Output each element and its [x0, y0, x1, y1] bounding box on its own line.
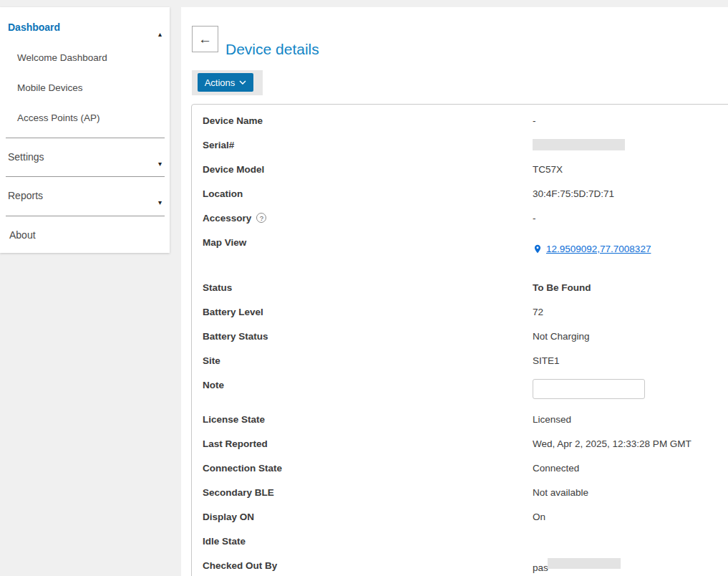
actions-dropdown-button[interactable]: Actions: [198, 73, 253, 92]
field-label: Secondary BLE: [203, 487, 533, 498]
field-label: Location: [203, 188, 533, 199]
main-content: ← Device details Actions Device Name - S…: [181, 7, 728, 576]
help-icon[interactable]: ?: [256, 213, 266, 223]
field-label: Battery Status: [203, 331, 533, 342]
detail-row-device-model: Device Model TC57X: [203, 157, 728, 181]
field-label: Note: [203, 373, 533, 397]
sidebar-item-dashboard[interactable]: Dashboard: [8, 21, 60, 34]
field-value: Not available: [533, 487, 588, 498]
field-value: SITE1: [533, 355, 560, 366]
field-label: Map View: [203, 230, 533, 254]
redacted-checked-out-value: [548, 558, 621, 569]
field-label: Device Model: [203, 164, 533, 175]
detail-row-checked-out-by: Checked Out By pas: [203, 553, 728, 576]
field-label: Status: [203, 282, 533, 293]
field-label: License State: [203, 414, 533, 425]
field-label: Display ON: [203, 512, 533, 522]
sidebar: Dashboard ▴ Welcome Dashboard Mobile Dev…: [0, 7, 170, 253]
detail-row-battery-level: Battery Level 72: [203, 299, 728, 324]
sidebar-item-access-points[interactable]: Access Points (AP): [17, 112, 100, 125]
detail-row-status: Status To Be Found: [203, 275, 728, 299]
field-value: Licensed: [533, 414, 571, 425]
detail-row-connection-state: Connection State Connected: [203, 456, 728, 480]
map-pin-icon: [533, 243, 543, 255]
field-label: Site: [203, 355, 533, 366]
field-value: -: [533, 213, 536, 224]
collapse-icon[interactable]: ▴: [158, 31, 162, 38]
detail-row-map-view: Map View 12.9509092,77.7008327: [203, 230, 728, 275]
expand-icon[interactable]: ▾: [158, 160, 162, 168]
detail-row-idle-state: Idle State: [203, 529, 728, 553]
back-button[interactable]: ←: [192, 26, 218, 52]
detail-row-location: Location 30:4F:75:5D:7D:71: [203, 181, 728, 206]
detail-row-license-state: License State Licensed: [203, 407, 728, 431]
detail-row-last-reported: Last Reported Wed, Apr 2, 2025, 12:33:28…: [203, 431, 728, 456]
detail-row-site: Site SITE1: [203, 348, 728, 373]
status-badge: To Be Found: [533, 282, 591, 293]
field-value: TC57X: [533, 164, 563, 175]
field-label: Serial#: [203, 140, 533, 150]
actions-button-label: Actions: [205, 77, 236, 88]
field-label: Idle State: [203, 536, 533, 547]
detail-row-note: Note: [203, 373, 728, 407]
detail-row-serial: Serial#: [203, 133, 728, 157]
field-value: 30:4F:75:5D:7D:71: [533, 188, 614, 199]
field-value: On: [533, 512, 545, 522]
field-value: pas: [533, 562, 548, 573]
field-value: Not Charging: [533, 331, 590, 342]
expand-icon[interactable]: ▾: [158, 199, 162, 206]
device-details-panel: Device Name - Serial# Device Model TC57X…: [191, 104, 728, 576]
sidebar-divider: [6, 138, 165, 138]
chevron-down-icon: [239, 80, 246, 85]
sidebar-item-about[interactable]: About: [9, 229, 36, 241]
field-label: Last Reported: [203, 438, 533, 449]
page-title: Device details: [225, 39, 319, 59]
sidebar-item-mobile-devices[interactable]: Mobile Devices: [17, 82, 83, 95]
redacted-serial-value: [533, 139, 625, 150]
detail-row-display-on: Display ON On: [203, 504, 728, 529]
field-label: Checked Out By: [203, 560, 533, 571]
field-label: Battery Level: [203, 307, 533, 317]
field-value: -: [533, 115, 536, 126]
detail-row-device-name: Device Name -: [203, 108, 728, 133]
field-label: Device Name: [203, 115, 533, 126]
sidebar-divider: [6, 176, 165, 177]
sidebar-divider: [6, 216, 165, 216]
detail-row-secondary-ble: Secondary BLE Not available: [203, 480, 728, 504]
field-label: Connection State: [203, 463, 533, 474]
back-arrow-icon: ←: [198, 32, 212, 47]
actions-toolbar: Actions: [192, 70, 263, 95]
sidebar-item-reports[interactable]: Reports: [8, 189, 43, 202]
field-value: 72: [533, 307, 543, 317]
detail-row-battery-status: Battery Status Not Charging: [203, 324, 728, 348]
note-input[interactable]: [533, 379, 645, 399]
detail-row-accessory: Accessory ? -: [203, 206, 728, 230]
sidebar-item-settings[interactable]: Settings: [8, 150, 44, 163]
field-label: Accessory: [203, 213, 251, 224]
map-coordinates-link[interactable]: 12.9509092,77.7008327: [546, 244, 651, 254]
field-value: Wed, Apr 2, 2025, 12:33:28 PM GMT: [533, 438, 691, 449]
field-value: Connected: [533, 463, 579, 474]
sidebar-item-welcome-dashboard[interactable]: Welcome Dashboard: [17, 52, 107, 64]
